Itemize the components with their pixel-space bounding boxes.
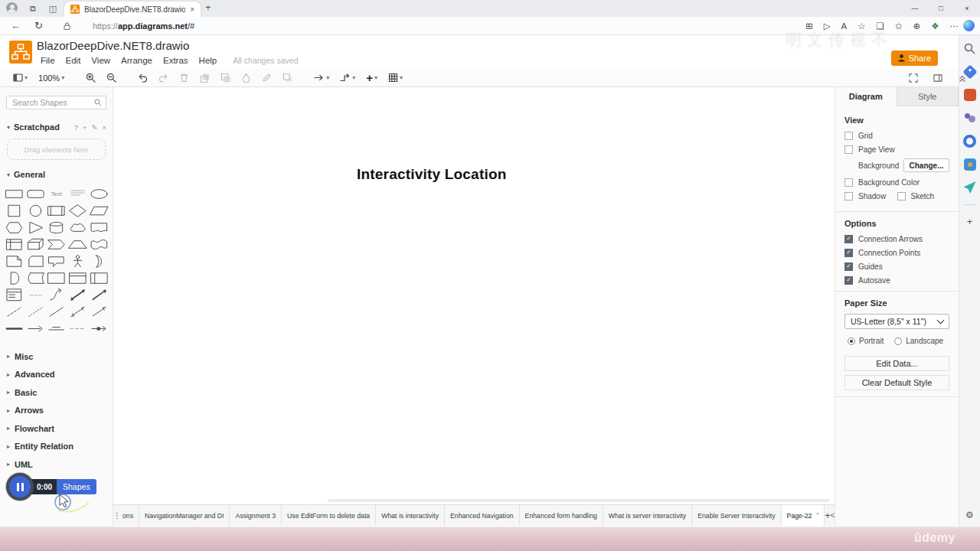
- add-page-button[interactable]: +: [825, 505, 830, 526]
- fullscreen-button[interactable]: [905, 70, 922, 86]
- shape-and[interactable]: [4, 269, 25, 286]
- checkbox-connection-arrows[interactable]: ✓Connection Arrows: [844, 234, 949, 243]
- checkbox[interactable]: ✓: [844, 249, 853, 257]
- page-tab[interactable]: What is interactivity: [376, 505, 445, 526]
- search-input[interactable]: [11, 97, 94, 108]
- checkbox-autosave[interactable]: ✓Autosave: [844, 276, 949, 285]
- table-button[interactable]: ▾: [384, 70, 407, 86]
- checkbox[interactable]: [844, 192, 853, 201]
- shape-container-vertical[interactable]: [88, 269, 109, 286]
- section-arrows[interactable]: ▸Arrows: [0, 402, 113, 420]
- button-edit-data-[interactable]: Edit Data...: [844, 356, 949, 371]
- zoom-level-button[interactable]: 100%▾: [34, 70, 68, 86]
- share-button[interactable]: Share: [891, 51, 938, 66]
- reading-list-icon[interactable]: ❏: [877, 21, 884, 31]
- page-tab[interactable]: Assignment 3: [230, 505, 282, 526]
- browser-tab[interactable]: BlazorDeepDive.NET8.drawio - d ×: [64, 2, 201, 17]
- shape-bold-line[interactable]: [4, 320, 25, 337]
- menu-view[interactable]: View: [86, 56, 116, 65]
- url-field[interactable]: https://app.diagrams.net/#: [93, 21, 194, 31]
- change-background-button[interactable]: Change...: [903, 158, 949, 172]
- shape-text[interactable]: Text: [46, 185, 67, 202]
- checkbox-page-view[interactable]: Page View: [844, 145, 949, 154]
- close-icon[interactable]: ×: [102, 123, 106, 132]
- shape-textbox[interactable]: [67, 185, 89, 202]
- checkbox-connection-points[interactable]: ✓Connection Points: [844, 248, 949, 257]
- shape-actor[interactable]: [67, 253, 89, 269]
- section-basic[interactable]: ▸Basic: [0, 383, 113, 402]
- shape-dashed-line[interactable]: [4, 303, 25, 320]
- shape-line[interactable]: [46, 303, 67, 320]
- minimize-button[interactable]: —: [902, 0, 928, 17]
- shape-arrow[interactable]: [88, 286, 109, 303]
- favorites-icon[interactable]: ☆: [858, 21, 865, 31]
- new-tab-button[interactable]: +: [205, 2, 211, 13]
- menu-file[interactable]: File: [35, 56, 60, 65]
- help-icon[interactable]: ?: [74, 123, 78, 132]
- section-flowchart[interactable]: ▸Flowchart: [0, 419, 113, 438]
- checkbox[interactable]: ✓: [844, 276, 853, 285]
- page-tab[interactable]: Enable Server Interactivity: [692, 505, 781, 526]
- shape-circle[interactable]: [25, 202, 47, 219]
- send-icon[interactable]: [964, 181, 976, 194]
- page-tab[interactable]: Enhanced form handling: [520, 505, 603, 526]
- shape-list[interactable]: [4, 286, 25, 303]
- checkbox-guides[interactable]: ✓Guides: [844, 262, 949, 271]
- people-icon[interactable]: [964, 112, 976, 124]
- diagram-canvas[interactable]: Interactivity Location: [113, 87, 835, 504]
- page-tab[interactable]: NavigationManager and DI: [139, 505, 230, 526]
- section-advanced[interactable]: ▸Advanced: [0, 366, 113, 384]
- page-tab[interactable]: ons: [121, 505, 139, 526]
- canvas-heading[interactable]: Interactivity Location: [357, 166, 507, 183]
- zoom-out-button[interactable]: [103, 70, 120, 86]
- workspaces-icon[interactable]: ⧉: [24, 0, 41, 17]
- add-sidebar-button[interactable]: +: [967, 216, 973, 227]
- view-layout-button[interactable]: ▾: [9, 70, 31, 86]
- shape-container[interactable]: [46, 269, 67, 286]
- shape-card[interactable]: [25, 253, 47, 269]
- shape-search[interactable]: [6, 96, 106, 109]
- section-entity-relation[interactable]: ▸Entity Relation: [0, 438, 113, 456]
- waypoints-button[interactable]: ▾: [336, 70, 359, 86]
- scratchpad-droparea[interactable]: Drag elements here: [7, 139, 106, 160]
- collapse-expand-button[interactable]: [954, 70, 971, 86]
- tab-groups-icon[interactable]: ⊕: [913, 21, 921, 31]
- checkbox[interactable]: [844, 132, 853, 140]
- shape-link-edge[interactable]: [25, 286, 47, 303]
- search-icon[interactable]: [964, 43, 976, 55]
- page-tab[interactable]: Enhanced Navigation: [445, 505, 520, 526]
- shape-arrow-line[interactable]: [25, 320, 47, 337]
- connection-button[interactable]: ▾: [310, 70, 333, 86]
- shape-or[interactable]: [88, 253, 109, 269]
- paper-size-select[interactable]: US-Letter (8,5" x 11"): [844, 314, 949, 329]
- close-button[interactable]: ×: [954, 0, 980, 17]
- shape-cloud[interactable]: [67, 219, 89, 236]
- shape-internal-storage[interactable]: [4, 236, 25, 253]
- shape-step[interactable]: [46, 236, 67, 253]
- shape-callout[interactable]: [46, 253, 67, 269]
- menu-arrange[interactable]: Arrange: [116, 56, 158, 65]
- shape-bidirectional-connector[interactable]: [67, 303, 89, 320]
- page-tab[interactable]: Use EditForm to delete data: [282, 505, 376, 526]
- collections-icon[interactable]: ✩: [895, 21, 903, 31]
- section-misc[interactable]: ▸Misc: [0, 347, 113, 366]
- checkbox[interactable]: [844, 145, 853, 154]
- page-menu-caret[interactable]: ˆ: [816, 512, 818, 520]
- pages-menu-icon[interactable]: ⋮: [113, 505, 121, 526]
- shape-link-line[interactable]: [46, 320, 67, 337]
- edit-icon[interactable]: ✎: [91, 123, 97, 132]
- checkbox[interactable]: [844, 178, 853, 187]
- checkbox-grid[interactable]: Grid: [844, 131, 949, 140]
- menu-extras[interactable]: Extras: [158, 56, 194, 65]
- shape-rectangle[interactable]: [4, 185, 25, 202]
- video-progress-area[interactable]: ûdemy: [0, 527, 980, 551]
- shape-data-storage[interactable]: [25, 269, 47, 286]
- format-panel-toggle[interactable]: [929, 70, 946, 86]
- copilot-icon[interactable]: [963, 20, 975, 31]
- pause-button[interactable]: [6, 473, 34, 500]
- checkbox[interactable]: ✓: [844, 235, 853, 243]
- undo-button[interactable]: [134, 70, 152, 86]
- checkbox-sketch[interactable]: Sketch: [897, 191, 950, 201]
- tools-icon[interactable]: [964, 89, 976, 101]
- checkbox[interactable]: [897, 192, 906, 201]
